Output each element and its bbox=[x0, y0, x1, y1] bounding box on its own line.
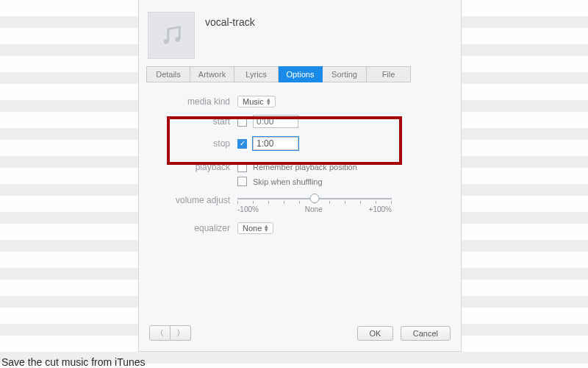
volume-row: volume adjust -100% None +100% bbox=[157, 194, 443, 213]
volume-max-label: +100% bbox=[369, 205, 392, 213]
tab-details[interactable]: Details bbox=[146, 66, 190, 82]
chevron-right-icon: 〉 bbox=[176, 328, 184, 337]
action-button-group: OK Cancel bbox=[357, 326, 451, 341]
stop-label: stop bbox=[157, 138, 237, 149]
svg-point-0 bbox=[164, 39, 168, 43]
equalizer-value: None bbox=[243, 224, 262, 233]
start-label: start bbox=[157, 116, 237, 127]
track-info-panel: vocal-track Details Artwork Lyrics Optio… bbox=[138, 0, 462, 352]
media-kind-row: media kind Music ▴▾ bbox=[157, 96, 443, 107]
options-tab-content: media kind Music ▴▾ start stop playback … bbox=[139, 82, 461, 318]
start-checkbox[interactable] bbox=[237, 117, 247, 127]
article-caption: Save the cut music from iTunes bbox=[1, 356, 146, 368]
volume-adjust-label: volume adjust bbox=[157, 194, 237, 205]
panel-header: vocal-track bbox=[139, 0, 461, 66]
tab-artwork[interactable]: Artwork bbox=[190, 66, 234, 82]
stop-checkbox[interactable] bbox=[237, 139, 247, 149]
track-title: vocal-track bbox=[205, 12, 255, 28]
media-kind-value: Music bbox=[243, 97, 264, 106]
equalizer-label: equalizer bbox=[157, 223, 237, 233]
ok-button[interactable]: OK bbox=[357, 326, 394, 341]
remember-playback-checkbox[interactable] bbox=[237, 163, 247, 172]
media-kind-dropdown[interactable]: Music ▴▾ bbox=[237, 96, 276, 107]
playback-row-2: Skip when shuffling bbox=[157, 177, 443, 186]
tab-bar: Details Artwork Lyrics Options Sorting F… bbox=[146, 66, 453, 82]
playback-label: playback bbox=[157, 162, 237, 172]
svg-point-1 bbox=[175, 38, 179, 42]
equalizer-row: equalizer None ▴▾ bbox=[157, 222, 443, 234]
equalizer-dropdown[interactable]: None ▴▾ bbox=[237, 222, 273, 234]
prev-track-button[interactable]: 〈 bbox=[149, 325, 171, 341]
slider-labels: -100% None +100% bbox=[237, 205, 392, 213]
nav-button-group: 〈 〉 bbox=[149, 325, 191, 341]
music-note-icon bbox=[159, 23, 184, 48]
volume-mid-label: None bbox=[305, 205, 323, 213]
chevron-left-icon: 〈 bbox=[156, 328, 164, 337]
slider-thumb[interactable] bbox=[310, 194, 320, 203]
updown-caret-icon: ▴▾ bbox=[265, 224, 268, 232]
start-time-input[interactable] bbox=[253, 115, 298, 128]
volume-slider-wrap: -100% None +100% bbox=[237, 194, 392, 213]
media-kind-label: media kind bbox=[157, 96, 237, 107]
cancel-button[interactable]: Cancel bbox=[401, 326, 451, 341]
tab-file[interactable]: File bbox=[367, 66, 411, 82]
tab-lyrics[interactable]: Lyrics bbox=[234, 66, 279, 82]
tab-sorting[interactable]: Sorting bbox=[323, 66, 367, 82]
next-track-button[interactable]: 〉 bbox=[171, 325, 191, 341]
start-row: start bbox=[157, 115, 443, 128]
panel-footer: 〈 〉 OK Cancel bbox=[139, 318, 461, 351]
playback-row-1: playback Remember playback position bbox=[157, 162, 443, 172]
volume-min-label: -100% bbox=[237, 205, 259, 213]
stop-time-input[interactable] bbox=[253, 137, 298, 150]
skip-shuffle-checkbox[interactable] bbox=[237, 177, 247, 186]
skip-shuffle-label: Skip when shuffling bbox=[253, 177, 323, 186]
stop-row: stop bbox=[157, 137, 443, 150]
remember-playback-label: Remember playback position bbox=[253, 163, 357, 171]
tab-options[interactable]: Options bbox=[279, 66, 323, 82]
volume-slider[interactable] bbox=[237, 194, 392, 204]
updown-caret-icon: ▴▾ bbox=[267, 98, 270, 105]
artwork-thumbnail bbox=[148, 12, 195, 59]
